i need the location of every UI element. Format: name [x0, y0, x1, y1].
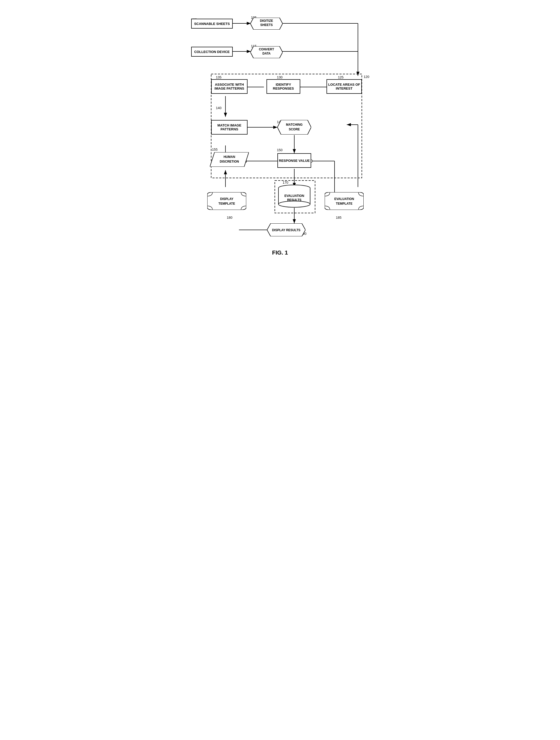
- locate-areas-box: LOCATE AREAS OF INTEREST: [326, 79, 362, 94]
- match-image-label: MATCH IMAGE PATTERNS: [212, 123, 247, 131]
- svg-point-41: [278, 201, 310, 207]
- svg-text:DISPLAY RESULTS: DISPLAY RESULTS: [272, 228, 300, 232]
- collection-device-box: COLLECTION DEVICE: [191, 47, 233, 57]
- locate-areas-label: LOCATE AREAS OF INTEREST: [327, 83, 361, 90]
- scannable-sheets-box: SCANNABLE SHEETS: [191, 19, 233, 28]
- svg-text:RESULTS: RESULTS: [287, 198, 301, 202]
- label-185: 185: [336, 215, 342, 219]
- associate-with-label: ASSOCIATE WITH IMAGE PATTERNS: [212, 83, 247, 90]
- human-discretion-node: HUMAN DISCRETION: [210, 152, 249, 167]
- display-template-node: DISPLAY TEMPLATE: [207, 192, 246, 210]
- digitize-sheets-node: DIGITIZE SHEETS: [250, 18, 283, 30]
- svg-text:HUMAN: HUMAN: [224, 155, 235, 159]
- evaluation-results-node: EVALUATION RESULTS: [278, 184, 311, 208]
- label-150: 150: [277, 148, 283, 152]
- response-value-box: RESPONSE VALUE: [277, 153, 311, 168]
- svg-text:TEMPLATE: TEMPLATE: [336, 202, 353, 205]
- svg-text:DISPLAY: DISPLAY: [220, 197, 234, 201]
- svg-text:EVALUATION: EVALUATION: [284, 194, 304, 198]
- svg-text:SCORE: SCORE: [289, 127, 300, 131]
- label-180: 180: [227, 215, 232, 219]
- identify-responses-label: IDENTIFY RESPONSES: [267, 83, 300, 90]
- svg-text:DIGITIZE: DIGITIZE: [260, 19, 273, 23]
- identify-responses-box: IDENTIFY RESPONSES: [267, 79, 300, 94]
- display-results-node: DISPLAY RESULTS: [267, 223, 305, 237]
- svg-marker-31: [277, 120, 311, 134]
- collection-device-label: COLLECTION DEVICE: [194, 50, 230, 54]
- matching-score-node: MATCHING SCORE: [277, 120, 311, 134]
- svg-text:DATA: DATA: [262, 52, 271, 55]
- svg-text:EVALUATION: EVALUATION: [334, 197, 354, 201]
- label-125: 125: [338, 75, 344, 79]
- svg-marker-34: [210, 152, 249, 167]
- figure-label: FIG. 1: [186, 249, 374, 256]
- svg-text:DISCRETION: DISCRETION: [220, 160, 239, 163]
- label-155: 155: [212, 148, 218, 152]
- label-120: 120: [364, 75, 369, 79]
- label-130: 130: [277, 75, 283, 79]
- svg-text:MATCHING: MATCHING: [286, 123, 303, 126]
- match-image-box: MATCH IMAGE PATTERNS: [211, 120, 248, 134]
- scannable-sheets-label: SCANNABLE SHEETS: [194, 22, 229, 26]
- response-value-label: RESPONSE VALUE: [279, 159, 310, 163]
- convert-data-node: CONVERT DATA: [250, 46, 283, 58]
- label-170: 170: [283, 181, 288, 184]
- svg-text:CONVERT: CONVERT: [259, 48, 274, 51]
- label-140: 140: [216, 106, 221, 110]
- evaluation-template-node: EVALUATION TEMPLATE: [325, 192, 364, 210]
- svg-text:TEMPLATE: TEMPLATE: [218, 202, 235, 205]
- label-135: 135: [216, 75, 221, 79]
- associate-with-box: ASSOCIATE WITH IMAGE PATTERNS: [211, 79, 248, 94]
- svg-text:SHEETS: SHEETS: [260, 23, 273, 27]
